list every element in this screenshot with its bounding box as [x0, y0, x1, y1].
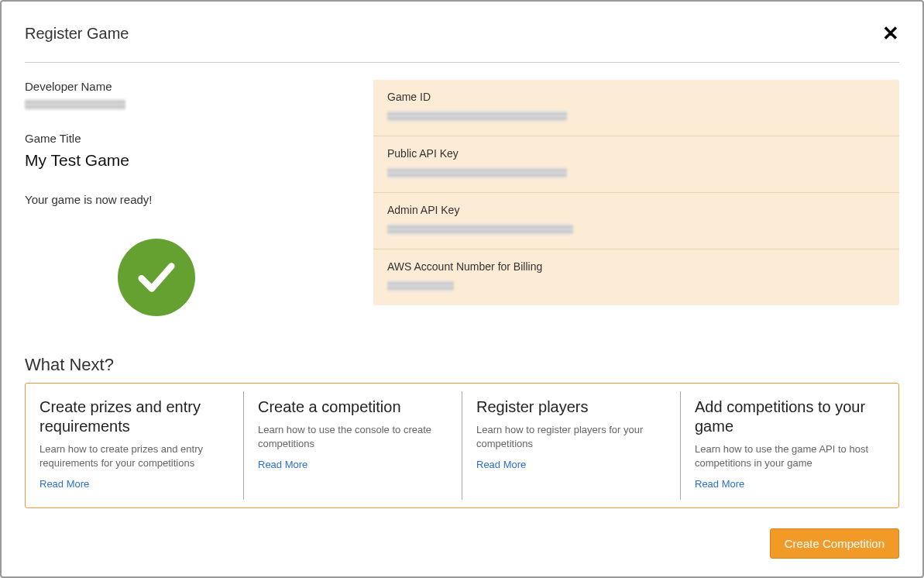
card-create-competition: Create a competition Learn how to use th… [244, 391, 462, 500]
modal-header: Register Game ✕ [25, 23, 899, 63]
card-desc: Learn how to register players for your c… [476, 423, 666, 451]
game-title-block: Game Title My Test Game [25, 132, 342, 170]
what-next-heading: What Next? [25, 355, 899, 375]
modal-title: Register Game [25, 25, 129, 43]
read-more-link[interactable]: Read More [476, 459, 526, 470]
card-prizes: Create prizes and entry requirements Lea… [26, 391, 244, 500]
what-next-cards: Create prizes and entry requirements Lea… [25, 383, 899, 508]
read-more-link[interactable]: Read More [258, 459, 307, 470]
game-id-row: Game ID [373, 80, 899, 136]
read-more-link[interactable]: Read More [695, 478, 744, 490]
card-register-players: Register players Learn how to register p… [462, 391, 681, 500]
aws-billing-label: AWS Account Number for Billing [387, 260, 885, 273]
card-title: Add competitions to your game [695, 397, 884, 436]
card-desc: Learn how to use the game API to host co… [695, 442, 884, 470]
card-title: Create a competition [258, 397, 448, 417]
public-api-key-value [387, 167, 567, 178]
right-column: Game ID Public API Key Admin API Key AWS… [373, 80, 899, 316]
card-desc: Learn how to create prizes and entry req… [40, 442, 229, 470]
admin-api-key-label: Admin API Key [387, 204, 885, 216]
developer-name-label: Developer Name [25, 80, 342, 93]
aws-billing-value [387, 280, 454, 291]
credentials-panel: Game ID Public API Key Admin API Key AWS… [373, 80, 899, 305]
game-title-value: My Test Game [25, 151, 342, 170]
aws-billing-row: AWS Account Number for Billing [373, 249, 899, 305]
card-desc: Learn how to use the console to create c… [258, 423, 448, 451]
left-column: Developer Name Game Title My Test Game Y… [25, 80, 342, 316]
public-api-key-row: Public API Key [373, 136, 899, 193]
card-add-competitions: Add competitions to your game Learn how … [681, 391, 898, 500]
content-area: Developer Name Game Title My Test Game Y… [25, 80, 899, 316]
admin-api-key-value [387, 224, 573, 235]
developer-name-block: Developer Name [25, 80, 342, 110]
game-title-label: Game Title [25, 132, 342, 145]
ready-text: Your game is now ready! [25, 193, 342, 206]
create-competition-button[interactable]: Create Competition [770, 528, 899, 559]
developer-name-value [25, 99, 125, 110]
card-title: Register players [476, 397, 666, 417]
footer: Create Competition [25, 528, 899, 559]
game-id-value [387, 111, 567, 122]
admin-api-key-row: Admin API Key [373, 193, 899, 249]
public-api-key-label: Public API Key [387, 147, 885, 160]
card-title: Create prizes and entry requirements [40, 397, 229, 436]
close-icon[interactable]: ✕ [882, 23, 899, 43]
game-id-label: Game ID [387, 91, 885, 103]
success-checkmark-icon [118, 239, 195, 316]
read-more-link[interactable]: Read More [40, 478, 89, 490]
